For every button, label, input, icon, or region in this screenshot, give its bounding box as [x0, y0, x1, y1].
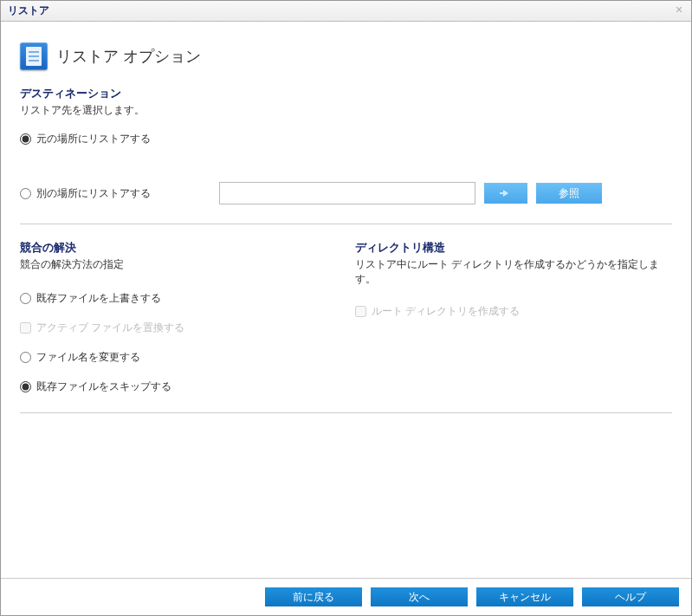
skip-row: 既存ファイルをスキップする — [20, 378, 338, 395]
conflict-section: 競合の解決 競合の解決方法の指定 既存ファイルを上書きする アクティブ ファイル… — [20, 240, 338, 407]
title-bar: リストア × — [1, 1, 691, 22]
create-root-label: ルート ディレクトリを作成する — [372, 304, 520, 319]
dir-desc: リストア中にルート ディレクトリを作成するかどうかを指定します。 — [355, 257, 673, 287]
restore-original-row: 元の場所にリストアする — [20, 130, 672, 147]
destination-desc: リストア先を選択します。 — [20, 103, 672, 118]
restore-alt-label[interactable]: 別の場所にリストアする — [36, 186, 151, 201]
rename-radio[interactable] — [20, 352, 31, 363]
page-heading: リストア オプション — [20, 42, 672, 70]
overwrite-radio[interactable] — [20, 293, 31, 304]
create-root-row: ルート ディレクトリを作成する — [355, 304, 673, 319]
restore-dialog: リストア × リストア オプション デスティネーション リストア先を選択します。… — [0, 0, 692, 616]
destination-section: デスティネーション リストア先を選択します。 元の場所にリストアする 別の場所に… — [20, 86, 672, 204]
options-columns: 競合の解決 競合の解決方法の指定 既存ファイルを上書きする アクティブ ファイル… — [20, 240, 672, 407]
back-button[interactable]: 前に戻る — [265, 587, 362, 606]
destination-title: デスティネーション — [20, 86, 672, 101]
replace-active-label: アクティブ ファイルを置換する — [36, 321, 184, 335]
replace-active-row: アクティブ ファイルを置換する — [20, 319, 338, 336]
skip-label[interactable]: 既存ファイルをスキップする — [36, 379, 171, 394]
section-divider-1 — [20, 224, 672, 224]
cancel-button[interactable]: キャンセル — [476, 587, 573, 606]
restore-alt-radio[interactable] — [20, 188, 31, 199]
next-button[interactable]: 次へ — [371, 587, 468, 606]
browse-button[interactable]: 参照 — [536, 183, 602, 204]
restore-path-input[interactable] — [219, 182, 475, 204]
dir-structure-section: ディレクトリ構造 リストア中にルート ディレクトリを作成するかどうかを指定します… — [355, 240, 673, 407]
rename-row: ファイル名を変更する — [20, 348, 338, 366]
window-title: リストア — [8, 3, 49, 18]
page-title: リストア オプション — [56, 46, 201, 67]
replace-active-checkbox — [20, 322, 31, 334]
restore-original-label[interactable]: 元の場所にリストアする — [36, 132, 151, 146]
overwrite-row: 既存ファイルを上書きする — [20, 289, 338, 307]
restore-original-radio[interactable] — [20, 133, 31, 145]
overwrite-label[interactable]: 既存ファイルを上書きする — [36, 291, 161, 306]
close-icon[interactable]: × — [672, 3, 686, 17]
arrow-right-icon — [503, 190, 508, 197]
restore-alt-radio-row: 別の場所にリストアする — [20, 185, 210, 202]
path-go-button[interactable] — [484, 183, 527, 204]
conflict-desc: 競合の解決方法の指定 — [20, 257, 338, 272]
dir-title: ディレクトリ構造 — [355, 240, 673, 256]
rename-label[interactable]: ファイル名を変更する — [36, 350, 140, 365]
help-button[interactable]: ヘルプ — [582, 587, 679, 606]
conflict-title: 競合の解決 — [20, 240, 338, 256]
skip-radio[interactable] — [20, 381, 31, 392]
restore-icon — [20, 42, 48, 70]
footer: 前に戻る 次へ キャンセル ヘルプ — [1, 578, 691, 615]
restore-alt-row: 別の場所にリストアする 参照 — [20, 182, 672, 204]
create-root-checkbox — [355, 306, 366, 317]
content-area: リストア オプション デスティネーション リストア先を選択します。 元の場所にリ… — [1, 22, 691, 578]
section-divider-2 — [20, 412, 672, 413]
